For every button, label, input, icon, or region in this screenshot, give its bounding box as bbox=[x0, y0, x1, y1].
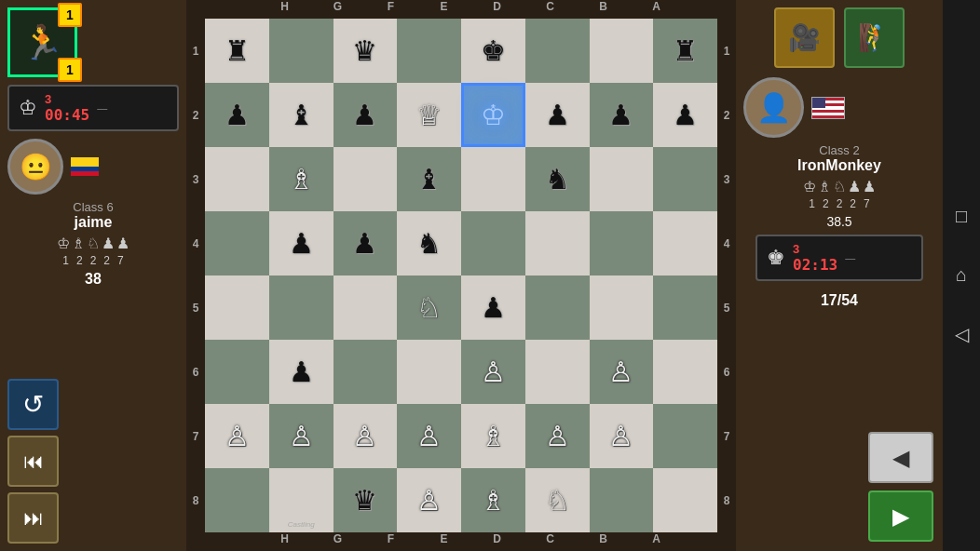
cell-r2-c1[interactable]: ♗ bbox=[269, 147, 333, 211]
cell-r5-c5[interactable] bbox=[525, 340, 590, 404]
android-back-button[interactable]: ◁ bbox=[955, 323, 969, 345]
cell-r2-c3[interactable]: ♝ bbox=[397, 147, 461, 211]
cell-r6-c1[interactable]: ♙ bbox=[269, 404, 333, 468]
cell-r1-c2[interactable]: ♟ bbox=[333, 83, 398, 147]
cell-r2-c0[interactable] bbox=[205, 147, 269, 211]
cell-r7-c7[interactable] bbox=[653, 468, 717, 532]
cell-r6-c7[interactable] bbox=[653, 404, 717, 468]
cell-r6-c3[interactable]: ♙ bbox=[397, 404, 461, 468]
cell-r1-c0[interactable]: ♟ bbox=[205, 83, 269, 147]
opp-count-1: 1 bbox=[809, 197, 815, 210]
cell-r1-c5[interactable]: ♟ bbox=[525, 83, 590, 147]
cell-r6-c5[interactable]: ♙ bbox=[525, 404, 590, 468]
cell-r3-c2[interactable]: ♟ bbox=[333, 211, 398, 276]
cell-r0-c7[interactable]: ♜ bbox=[653, 19, 717, 83]
cell-r7-c3[interactable]: ♙ bbox=[397, 468, 461, 532]
row-label-r3: 3 bbox=[717, 147, 736, 211]
opponent-info: 👤 bbox=[743, 77, 935, 138]
cell-r3-c7[interactable] bbox=[653, 211, 717, 276]
piece-r6-c6: ♙ bbox=[608, 420, 633, 452]
cell-r7-c0[interactable] bbox=[205, 468, 269, 532]
cell-r0-c0[interactable]: ♜ bbox=[205, 19, 269, 83]
top-icons: 🏃 1 1 bbox=[7, 7, 179, 77]
cell-r6-c6[interactable]: ♙ bbox=[590, 404, 654, 468]
flag-usa bbox=[811, 97, 845, 119]
piece-r2-c3: ♝ bbox=[416, 163, 442, 195]
cell-r5-c3[interactable] bbox=[397, 340, 461, 404]
chess-board: ♜♛♚♜♟♝♟♕♔♟♟♟♗♝♞♟♟♞♘♟♟♙♙♙♙♙♙♗♙♙Castling♛♙… bbox=[205, 19, 717, 532]
opp-piece-5: ♟ bbox=[863, 178, 876, 195]
cell-r7-c5[interactable]: ♘ bbox=[525, 468, 590, 532]
cell-r4-c7[interactable] bbox=[653, 276, 717, 340]
cell-r6-c4[interactable]: ♗ bbox=[461, 404, 525, 468]
cell-r7-c4[interactable]: ♗ bbox=[461, 468, 525, 532]
camera-button[interactable]: 🎥 bbox=[774, 7, 835, 68]
cell-r5-c2[interactable] bbox=[333, 340, 398, 404]
col-label-bot-E: E bbox=[417, 532, 470, 551]
cell-r5-c7[interactable] bbox=[653, 340, 717, 404]
cell-r0-c5[interactable] bbox=[525, 19, 590, 83]
row-label-r2: 2 bbox=[717, 83, 736, 147]
cell-r5-c1[interactable]: ♟ bbox=[269, 340, 333, 404]
cell-r7-c1[interactable]: Castling bbox=[269, 468, 333, 532]
cell-r0-c3[interactable] bbox=[397, 19, 461, 83]
cell-r3-c4[interactable] bbox=[461, 211, 525, 276]
piece-r4-c3: ♘ bbox=[416, 291, 442, 324]
cell-r1-c7[interactable]: ♟ bbox=[653, 83, 717, 147]
next-button[interactable]: ▶ bbox=[868, 491, 933, 542]
cell-r1-c4[interactable]: ♔ bbox=[461, 83, 525, 147]
fast-forward-button[interactable]: ⏭ bbox=[7, 492, 59, 544]
piece-r5-c1: ♟ bbox=[289, 356, 314, 388]
cell-r2-c7[interactable] bbox=[653, 147, 717, 211]
cell-r0-c4[interactable]: ♚ bbox=[461, 19, 525, 83]
cell-r4-c4[interactable]: ♟ bbox=[461, 276, 525, 340]
cell-r4-c0[interactable] bbox=[205, 276, 269, 340]
row-label-3: 3 bbox=[186, 147, 205, 211]
cell-r6-c0[interactable]: ♙ bbox=[205, 404, 269, 468]
cell-r3-c5[interactable] bbox=[525, 211, 590, 276]
cell-r4-c5[interactable] bbox=[525, 276, 590, 340]
row-label-r4: 4 bbox=[717, 211, 736, 276]
cell-r5-c0[interactable] bbox=[205, 340, 269, 404]
run-icon-box[interactable]: 🏃 1 1 bbox=[7, 7, 77, 77]
cell-r5-c4[interactable]: ♙ bbox=[461, 340, 525, 404]
cell-r1-c1[interactable]: ♝ bbox=[269, 83, 333, 147]
hiker-button[interactable]: 🧗 bbox=[844, 7, 905, 68]
row-label-r8: 8 bbox=[717, 468, 736, 532]
android-home-button[interactable]: ⌂ bbox=[956, 264, 967, 286]
cell-r2-c5[interactable]: ♞ bbox=[525, 147, 590, 211]
cell-r4-c6[interactable] bbox=[590, 276, 654, 340]
right-clock-king: ♚ bbox=[767, 246, 785, 270]
cell-r5-c6[interactable]: ♙ bbox=[590, 340, 654, 404]
cell-r2-c4[interactable] bbox=[461, 147, 525, 211]
piece-r1-c5: ♟ bbox=[545, 99, 570, 131]
clock-info: 3 00:45 bbox=[45, 92, 89, 124]
cell-r4-c3[interactable]: ♘ bbox=[397, 276, 461, 340]
cell-r4-c2[interactable] bbox=[333, 276, 398, 340]
rewind-button[interactable]: ⏮ bbox=[7, 436, 59, 487]
prev-button[interactable]: ◀ bbox=[868, 432, 933, 483]
cell-r7-c6[interactable] bbox=[590, 468, 654, 532]
cell-r0-c1[interactable] bbox=[269, 19, 333, 83]
cell-r3-c3[interactable]: ♞ bbox=[397, 211, 461, 276]
cell-r1-c3[interactable]: ♕ bbox=[397, 83, 461, 147]
replay-button[interactable]: ↺ bbox=[7, 379, 59, 430]
cell-r4-c1[interactable] bbox=[269, 276, 333, 340]
android-square-button[interactable]: □ bbox=[956, 206, 967, 227]
cell-r1-c6[interactable]: ♟ bbox=[590, 83, 654, 147]
row-label-6: 6 bbox=[186, 340, 205, 404]
right-clock: ♚ 3 02:13 — bbox=[755, 235, 923, 281]
cell-r3-c0[interactable] bbox=[205, 211, 269, 276]
col-label-E: E bbox=[417, 0, 470, 19]
cell-r3-c6[interactable] bbox=[590, 211, 654, 276]
cell-r0-c6[interactable] bbox=[590, 19, 654, 83]
cell-r3-c1[interactable]: ♟ bbox=[269, 211, 333, 276]
cell-r0-c2[interactable]: ♛ bbox=[333, 19, 398, 83]
piece-5: ♟ bbox=[116, 235, 129, 252]
cell-r2-c2[interactable] bbox=[333, 147, 398, 211]
right-clock-count: 3 bbox=[793, 242, 837, 256]
cell-r2-c6[interactable] bbox=[590, 147, 654, 211]
cell-r7-c2[interactable]: ♛ bbox=[333, 468, 398, 532]
cell-r6-c2[interactable]: ♙ bbox=[333, 404, 398, 468]
opponent-name: IronMonkey bbox=[797, 157, 881, 174]
